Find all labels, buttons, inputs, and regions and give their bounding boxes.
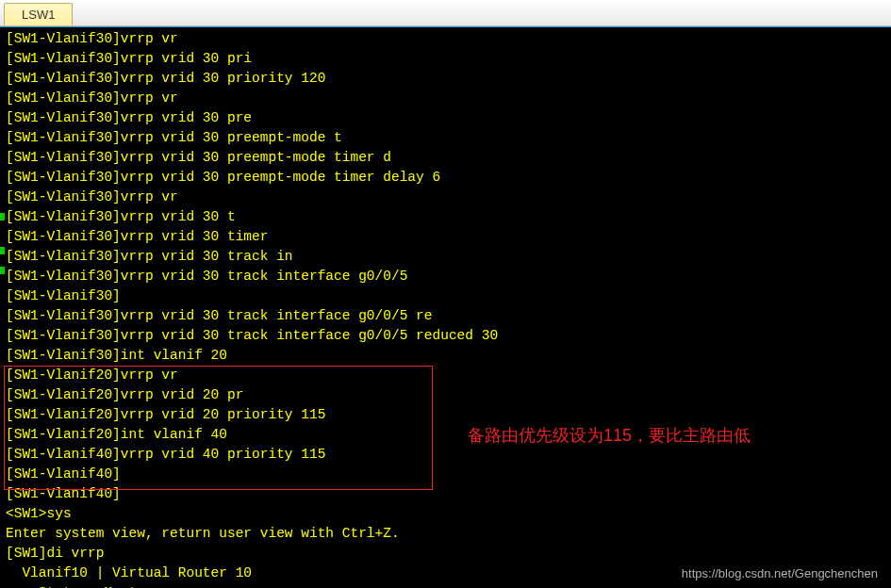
terminal-line: [SW1-Vlanif20]vrrp vr: [6, 366, 885, 385]
terminal-line: [SW1]di vrrp: [6, 544, 885, 564]
terminal-line: [SW1-Vlanif30]vrrp vr: [6, 29, 885, 49]
terminal-line: [SW1-Vlanif30]vrrp vrid 30 timer: [6, 227, 885, 247]
terminal-line: [SW1-Vlanif30]vrrp vrid 30 priority 120: [6, 69, 885, 89]
terminal-line: [SW1-Vlanif40]vrrp vrid 40 priority 115: [6, 445, 885, 465]
terminal-line: [SW1-Vlanif30]vrrp vrid 30 track interfa…: [6, 267, 885, 286]
terminal-line: [SW1-Vlanif20]vrrp vrid 20 priority 115: [6, 405, 885, 425]
terminal-line: [SW1-Vlanif30]vrrp vrid 30 preempt-mode …: [6, 148, 885, 168]
terminal-line: [SW1-Vlanif30]vrrp vrid 30 track in: [6, 247, 885, 267]
terminal-line: [SW1-Vlanif20]vrrp vrid 20 pr: [6, 385, 885, 405]
tab-bar: LSW1: [0, 0, 891, 26]
terminal-line: [SW1-Vlanif30]vrrp vr: [6, 89, 885, 108]
terminal-line: [SW1-Vlanif30]vrrp vr: [6, 188, 885, 207]
terminal-line: [SW1-Vlanif40]: [6, 465, 885, 484]
terminal-line: [SW1-Vlanif30]vrrp vrid 30 track interfa…: [6, 326, 885, 346]
terminal-line: State : Master: [6, 583, 885, 588]
terminal-line: [SW1-Vlanif30]vrrp vrid 30 preempt-mode …: [6, 168, 885, 188]
annotation-text: 备路由优先级设为115，要比主路由低: [468, 424, 751, 447]
terminal-line: [SW1-Vlanif30]vrrp vrid 30 pre: [6, 108, 885, 128]
terminal-line: [SW1-Vlanif30]vrrp vrid 30 preempt-mode …: [6, 128, 885, 148]
terminal-line: [SW1-Vlanif40]: [6, 484, 885, 504]
terminal-line: [SW1-Vlanif30]: [6, 286, 885, 306]
terminal-line: [SW1-Vlanif30]int vlanif 20: [6, 346, 885, 366]
terminal-line: [SW1-Vlanif20]int vlanif 40: [6, 425, 885, 445]
terminal-line: [SW1-Vlanif30]vrrp vrid 30 t: [6, 207, 885, 227]
terminal-line: Enter system view, return user view with…: [6, 524, 885, 544]
terminal-line: [SW1-Vlanif30]vrrp vrid 30 pri: [6, 49, 885, 69]
terminal-line: [SW1-Vlanif30]vrrp vrid 30 track interfa…: [6, 306, 885, 326]
terminal-line: <SW1>sys: [6, 504, 885, 524]
tab-lsw1[interactable]: LSW1: [4, 3, 73, 25]
watermark: https://blog.csdn.net/Gengchenchen: [682, 566, 878, 580]
terminal-output[interactable]: [SW1-Vlanif30]vrrp vr[SW1-Vlanif30]vrrp …: [0, 26, 891, 588]
